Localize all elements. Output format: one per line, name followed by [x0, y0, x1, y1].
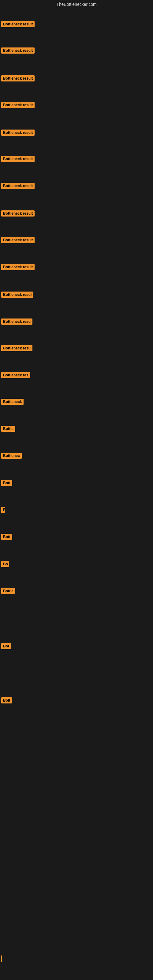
bottleneck-row: Bottle: [0, 587, 16, 597]
bottleneck-row: Bottleneck result: [0, 155, 36, 164]
site-title: TheBottlenecker.com: [0, 0, 153, 9]
bottleneck-row: Bottleneck resul: [0, 290, 35, 300]
bottleneck-row: Bottleneck result: [0, 209, 36, 219]
bottom-cursor: [1, 956, 2, 962]
bottleneck-badge: Bottleneck resu: [1, 345, 32, 351]
bottleneck-row: Bottleneck result: [0, 46, 36, 56]
bottleneck-row: Bottleneck result: [0, 236, 36, 246]
bottleneck-badge: Bolt: [1, 697, 12, 703]
bottleneck-badge: Bottle: [1, 588, 15, 594]
bottleneck-badge: Bottleneck result: [1, 48, 35, 54]
bottleneck-badge: Bottleneck result: [1, 75, 35, 81]
bottleneck-row: Bolt: [0, 696, 13, 706]
bottleneck-badge: Bott: [1, 480, 12, 486]
bottleneck-badge: Bottleneck result: [1, 156, 35, 162]
bottleneck-row: Bottleneck result: [0, 128, 36, 138]
bottleneck-row: B: [0, 506, 6, 515]
bottleneck-badge: Bottleneck result: [1, 264, 35, 270]
bottleneck-row: Bo: [0, 560, 10, 570]
bottleneck-badge: Bot: [1, 643, 11, 649]
bottleneck-row: Bottleneck result: [0, 263, 36, 272]
bottleneck-badge: Bott: [1, 534, 12, 540]
bottleneck-row: Bottleneck resu: [0, 344, 33, 354]
bottleneck-badge: Bottleneck result: [1, 102, 35, 108]
bottleneck-badge: Bo: [1, 561, 9, 567]
bottleneck-row: Bottleneck res: [0, 371, 32, 381]
bottleneck-row: Bottleneck result: [0, 101, 36, 111]
bottleneck-row: Bottleneck resu: [0, 317, 33, 327]
bottleneck-row: Bott: [0, 479, 13, 488]
bottleneck-row: Bottleneck result: [0, 20, 36, 30]
bottleneck-badge: Bottleneck result: [1, 183, 35, 189]
bottleneck-badge: Bottleneck resul: [1, 291, 33, 298]
bottleneck-badge: Bottle: [1, 426, 15, 432]
bottleneck-badge: Bottlenec: [1, 453, 22, 459]
bottleneck-badge: Bottleneck: [1, 399, 24, 405]
bottleneck-row: Bottlenec: [0, 452, 23, 461]
bottleneck-row: Bottle: [0, 425, 16, 434]
bottleneck-badge: B: [1, 507, 5, 513]
bottleneck-row: Bottleneck: [0, 398, 25, 407]
bottleneck-badge: Bottleneck result: [1, 210, 35, 216]
bottleneck-badge: Bottleneck resu: [1, 318, 32, 325]
bottleneck-row: Bottleneck result: [0, 181, 36, 191]
bottleneck-badge: Bottleneck result: [1, 130, 35, 136]
bottleneck-badge: Bottleneck result: [1, 237, 35, 243]
bottleneck-row: Bottleneck result: [0, 74, 36, 84]
bottleneck-row: Bot: [0, 642, 12, 652]
bottleneck-row: Bott: [0, 533, 13, 542]
bottleneck-badge: Bottleneck result: [1, 21, 35, 27]
bottleneck-badge: Bottleneck res: [1, 372, 30, 378]
